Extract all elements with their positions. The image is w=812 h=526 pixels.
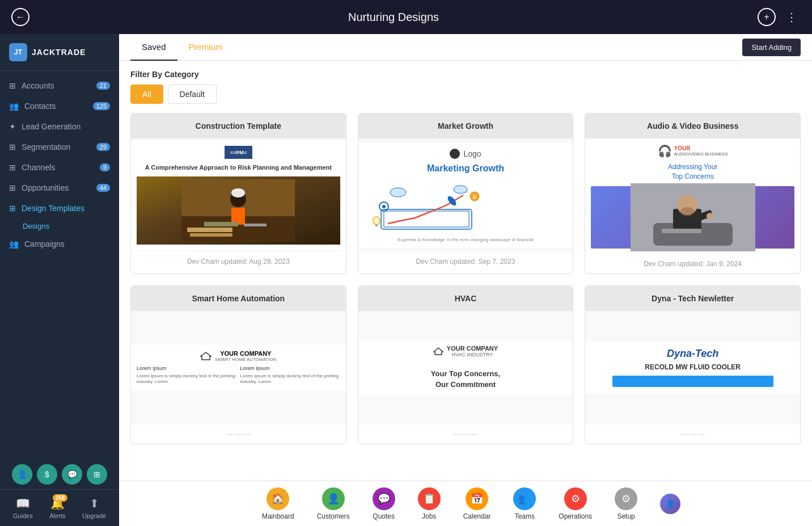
nav-customers[interactable]: 👤 Customers xyxy=(306,484,361,524)
circle-btn-2[interactable]: $ xyxy=(37,464,57,485)
sidebar-item-design-templates[interactable]: ⊞ Design Templates xyxy=(0,198,119,218)
dyna-preview: Dyna-Tech RECOLD MW FLUID COOLER xyxy=(585,341,800,394)
guides-label: Guides xyxy=(13,512,33,519)
svg-marker-30 xyxy=(201,352,211,360)
top-bar: ← Nurturing Designs + ⋮ xyxy=(0,0,812,34)
smart-preview: YOUR COMPANY SMART HOME AUTOMATION Lorem… xyxy=(131,344,346,391)
filter-default-button[interactable]: Default xyxy=(168,85,217,104)
quotes-icon: 💬 xyxy=(373,487,395,510)
construction-logo: ≡≡PM≡ xyxy=(225,146,252,159)
upgrade-label: Upgrade xyxy=(82,512,106,519)
smart-sub: SMART HOME AUTOMATION xyxy=(215,357,276,362)
sidebar-item-channels[interactable]: ⊞ Channels 9 xyxy=(0,157,119,178)
smart-col2-title: Lorem Ipsum xyxy=(240,365,340,371)
nav-teams[interactable]: 👥 Teams xyxy=(502,484,547,524)
dyna-product: RECOLD MW FLUID COOLER xyxy=(645,363,741,371)
start-adding-button[interactable]: Start Adding xyxy=(742,39,801,56)
tabs: Saved Premium xyxy=(130,34,234,60)
template-market-title: Market Growth xyxy=(358,113,573,138)
nav-quotes[interactable]: 💬 Quotes xyxy=(361,484,407,524)
add-button[interactable]: + xyxy=(758,8,776,26)
sidebar-nav: ⊞ Accounts 21 👥 Contacts 125 ✦ Lead Gene… xyxy=(0,71,119,460)
operations-label: Operations xyxy=(559,512,592,520)
template-card-smart[interactable]: Smart Home Automation YOUR COMPANY xyxy=(130,285,346,444)
campaigns-icon: 👥 xyxy=(9,239,19,249)
nav-operations[interactable]: ⚙ Operations xyxy=(547,484,603,524)
opportunities-badge: 44 xyxy=(96,184,110,192)
filter-buttons: All Default xyxy=(130,85,801,104)
template-market-footer: Dev Cham updated: Sep 7, 2023 xyxy=(358,252,573,271)
sidebar-item-accounts[interactable]: ⊞ Accounts 21 xyxy=(0,75,119,96)
user-avatar[interactable]: 👤 xyxy=(660,494,680,514)
template-card-dyna[interactable]: Dyna - Tech Newletter Dyna-Tech RECOLD M… xyxy=(585,285,801,444)
template-dyna-footer: — — — xyxy=(585,424,800,444)
template-card-audio[interactable]: Audio & Video Business 🎧 YOUR AUDIO/VIDE… xyxy=(585,113,801,274)
upgrade-icon: ⬆ xyxy=(90,496,99,510)
sidebar-item-label: Lead Generation xyxy=(22,122,81,131)
template-audio-body: 🎧 YOUR AUDIO/VIDEO BUSINESS Addressing Y… xyxy=(585,138,800,254)
circle-btn-1[interactable]: 👤 xyxy=(12,464,32,485)
svg-text:$: $ xyxy=(473,194,476,200)
customers-icon: 👤 xyxy=(322,487,345,510)
nav-setup[interactable]: ⚙ Setup xyxy=(603,484,649,524)
svg-marker-31 xyxy=(434,348,443,355)
upgrade-button[interactable]: ⬆ Upgrade xyxy=(82,496,106,519)
design-templates-icon: ⊞ xyxy=(9,204,16,213)
back-button[interactable]: ← xyxy=(11,8,29,26)
sidebar: JT JACKTRADE ⊞ Accounts 21 👥 Contacts 12… xyxy=(0,34,119,526)
hvac-home-icon xyxy=(433,347,443,355)
template-construction-body: ≡≡PM≡ A Comprehensive Approach to Risk P… xyxy=(131,138,346,252)
sidebar-bottom: 📖 Guides 🔔 268 Alerts ⬆ Upgrade xyxy=(0,489,119,526)
svg-point-15 xyxy=(382,205,386,208)
page-title: Nurturing Designs xyxy=(348,11,439,24)
guides-icon: 📖 xyxy=(16,496,30,510)
sidebar-item-label: Opportunities xyxy=(22,183,69,192)
market-logo-circle xyxy=(450,149,460,159)
person-svg xyxy=(631,183,755,251)
main-layout: JT JACKTRADE ⊞ Accounts 21 👥 Contacts 12… xyxy=(0,34,812,526)
sidebar-item-opportunities[interactable]: ⊞ Opportunities 44 xyxy=(0,178,119,198)
sidebar-item-lead-generation[interactable]: ✦ Lead Generation xyxy=(0,116,119,137)
dyna-brand: Dyna-Tech xyxy=(667,348,718,360)
svg-point-28 xyxy=(707,213,713,220)
audio-concern-text: Addressing YourTop Concerns xyxy=(668,162,717,182)
sidebar-item-segmentation[interactable]: ⊞ Segmentation 29 xyxy=(0,137,119,157)
audio-brand-your: YOUR xyxy=(674,145,728,152)
construction-subtitle: A Comprehensive Approach to Risk Plannin… xyxy=(145,163,332,172)
sidebar-subitem-designs[interactable]: Designs xyxy=(0,218,119,234)
template-audio-title: Audio & Video Business xyxy=(585,113,800,138)
nav-mainboard[interactable]: 🏠 Mainboard xyxy=(251,484,306,524)
nav-jobs[interactable]: 📋 Jobs xyxy=(407,484,452,524)
smart-col-1: Lorem Ipsum Lorem Ipsum is simply dummy … xyxy=(137,365,236,385)
sidebar-item-campaigns[interactable]: 👥 Campaigns xyxy=(0,234,119,254)
mainboard-icon: 🏠 xyxy=(267,487,289,510)
template-smart-body: YOUR COMPANY SMART HOME AUTOMATION Lorem… xyxy=(131,311,346,424)
channels-icon: ⊞ xyxy=(9,163,16,172)
nav-calendar[interactable]: 📅 Calendar xyxy=(452,484,502,524)
alerts-badge: 268 xyxy=(53,494,68,502)
bottom-nav: 🏠 Mainboard 👤 Customers 💬 Quotes 📋 Jobs … xyxy=(119,481,812,526)
back-icon: ← xyxy=(16,12,25,22)
filter-all-button[interactable]: All xyxy=(130,85,163,104)
accounts-icon: ⊞ xyxy=(9,81,16,90)
sidebar-item-label: Segmentation xyxy=(22,142,70,152)
sidebar-bottom-circles: 👤 $ 💬 ⊞ xyxy=(0,460,119,489)
guides-button[interactable]: 📖 Guides xyxy=(13,496,33,519)
tab-saved[interactable]: Saved xyxy=(130,34,177,61)
logo-icon: JT xyxy=(9,43,27,61)
smart-brand: YOUR COMPANY xyxy=(215,350,276,357)
sidebar-item-contacts[interactable]: 👥 Contacts 125 xyxy=(0,96,119,116)
template-card-construction[interactable]: Construction Template ≡≡PM≡ A Comprehens… xyxy=(130,113,346,274)
template-card-hvac[interactable]: HVAC YOUR COMPANY HVAC IND xyxy=(358,285,574,444)
hvac-industry: HVAC INDUSTRY xyxy=(447,352,498,357)
sidebar-item-label: Channels xyxy=(22,163,55,172)
smart-col-2: Lorem Ipsum Lorem Ipsum is simply dummy … xyxy=(240,365,340,385)
more-button[interactable]: ⋮ xyxy=(783,8,801,26)
alerts-button[interactable]: 🔔 268 Alerts xyxy=(49,496,65,519)
circle-btn-4[interactable]: ⊞ xyxy=(87,464,107,485)
template-card-market[interactable]: Market Growth Logo Marketing Growth xyxy=(358,113,574,274)
smart-col1-title: Lorem Ipsum xyxy=(137,365,236,371)
template-smart-title: Smart Home Automation xyxy=(131,286,346,311)
tab-premium[interactable]: Premium xyxy=(177,34,234,61)
circle-btn-3[interactable]: 💬 xyxy=(62,464,82,485)
